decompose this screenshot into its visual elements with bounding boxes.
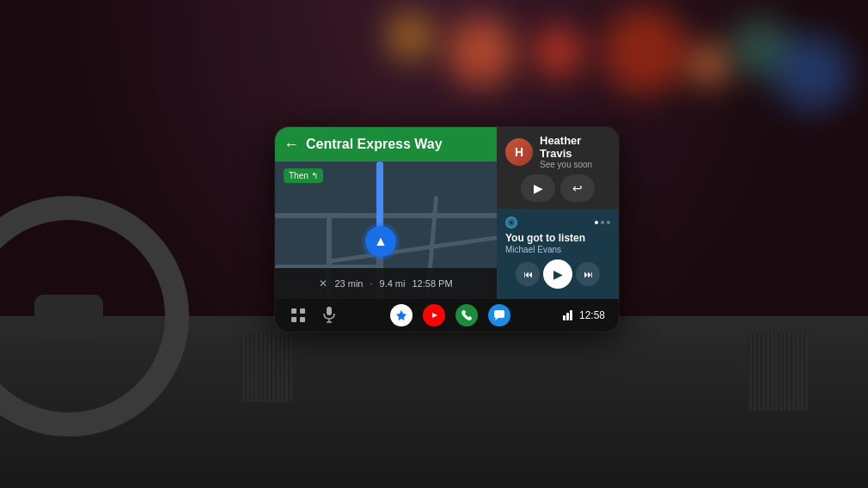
clock-display: 12:58 bbox=[579, 309, 605, 321]
bokeh-light bbox=[533, 26, 584, 77]
microphone-icon bbox=[322, 307, 336, 324]
music-controls: ⏮ ▶ ⏭ bbox=[505, 259, 610, 289]
avatar-initials: H bbox=[515, 145, 523, 159]
background: ← Central Express Way Then ↰ ✕ 23 min · … bbox=[0, 0, 868, 488]
phone-icon bbox=[461, 309, 473, 321]
then-arrow: ↰ bbox=[311, 171, 318, 180]
dot-3 bbox=[607, 221, 610, 224]
grid-button[interactable] bbox=[289, 306, 308, 325]
svg-rect-0 bbox=[291, 308, 296, 314]
messages-app-button[interactable] bbox=[488, 304, 510, 326]
music-title: You got to listen bbox=[505, 232, 610, 244]
reply-button[interactable]: ↩ bbox=[560, 174, 595, 202]
phone-app-button[interactable] bbox=[455, 304, 478, 326]
maps-icon bbox=[394, 308, 408, 322]
call-button[interactable]: ▶ bbox=[521, 174, 555, 202]
dot-1 bbox=[595, 221, 598, 224]
contact-card: H Heather Travis See you soon ▶ ↩ bbox=[497, 127, 619, 210]
svg-rect-4 bbox=[327, 307, 332, 315]
contact-name: Heather Travis bbox=[540, 134, 610, 160]
nav-then-instruction: Then ↰ bbox=[284, 168, 323, 183]
maps-app-button[interactable] bbox=[390, 304, 413, 326]
play-icon: ▶ bbox=[534, 181, 543, 195]
avatar: H bbox=[505, 138, 533, 166]
bottom-left-icons bbox=[289, 306, 339, 325]
grid-icon bbox=[290, 308, 306, 323]
contact-info: Heather Travis See you soon bbox=[540, 134, 610, 169]
map-eta-bar: ✕ 23 min · 9.4 mi 12:58 PM bbox=[275, 268, 497, 299]
contact-status: See you soon bbox=[540, 160, 610, 169]
svg-rect-1 bbox=[300, 308, 305, 314]
eta-text: 23 min bbox=[334, 278, 363, 289]
map-section[interactable]: ← Central Express Way Then ↰ ✕ 23 min · … bbox=[275, 127, 497, 299]
distance-text: 9.4 mi bbox=[380, 278, 406, 289]
music-card: You got to listen Michael Evans ⏮ ▶ ⏭ bbox=[497, 210, 619, 299]
road bbox=[275, 213, 497, 218]
play-icon: ▶ bbox=[553, 267, 563, 281]
arrival-time: 12:58 PM bbox=[412, 278, 452, 289]
prev-button[interactable]: ⏮ bbox=[516, 262, 540, 286]
bokeh-light bbox=[447, 17, 516, 86]
svg-rect-3 bbox=[300, 317, 305, 322]
nav-header: ← Central Express Way bbox=[275, 127, 497, 162]
music-info: You got to listen Michael Evans bbox=[505, 232, 610, 254]
speaker-grille-left bbox=[241, 333, 292, 402]
speaker-grille-right bbox=[748, 333, 808, 411]
music-top-row bbox=[505, 217, 610, 229]
music-progress-dots bbox=[595, 221, 610, 224]
bokeh-light bbox=[773, 34, 851, 112]
messages-icon bbox=[493, 309, 505, 321]
bokeh-light bbox=[688, 43, 730, 86]
prev-icon: ⏮ bbox=[523, 269, 533, 279]
music-record-icon bbox=[505, 217, 517, 229]
next-icon: ⏭ bbox=[584, 269, 593, 279]
music-icon-area bbox=[505, 217, 517, 229]
mic-button[interactable] bbox=[320, 306, 339, 325]
then-label: Then bbox=[289, 171, 309, 180]
signal-indicator bbox=[563, 310, 572, 320]
dot-separator: · bbox=[370, 278, 372, 289]
road bbox=[327, 235, 497, 264]
signal-bar-3 bbox=[570, 310, 572, 320]
close-icon[interactable]: ✕ bbox=[319, 278, 327, 290]
contact-actions: ▶ ↩ bbox=[505, 174, 610, 202]
svg-rect-10 bbox=[494, 310, 504, 318]
reply-icon: ↩ bbox=[572, 181, 583, 195]
android-auto-screen: ← Central Express Way Then ↰ ✕ 23 min · … bbox=[275, 127, 619, 332]
music-artist: Michael Evans bbox=[505, 245, 610, 254]
play-button[interactable]: ▶ bbox=[543, 259, 572, 289]
nav-street-name: Central Express Way bbox=[306, 137, 443, 152]
bottom-bar: 12:58 bbox=[275, 299, 619, 332]
next-button[interactable]: ⏭ bbox=[576, 262, 600, 286]
svg-rect-2 bbox=[291, 317, 296, 322]
bottom-right-status: 12:58 bbox=[563, 309, 605, 321]
youtube-icon bbox=[427, 308, 441, 322]
location-indicator bbox=[365, 226, 396, 257]
nav-turn-arrow: ← bbox=[284, 136, 299, 154]
signal-bar-2 bbox=[566, 313, 569, 320]
bokeh-light bbox=[387, 13, 434, 60]
youtube-app-button[interactable] bbox=[423, 304, 445, 326]
bottom-center-apps bbox=[390, 304, 510, 326]
contact-header: H Heather Travis See you soon bbox=[505, 134, 610, 169]
dot-2 bbox=[601, 221, 604, 224]
bokeh-light bbox=[602, 9, 688, 95]
signal-bar-1 bbox=[563, 315, 565, 320]
right-panel: H Heather Travis See you soon ▶ ↩ bbox=[497, 127, 619, 299]
